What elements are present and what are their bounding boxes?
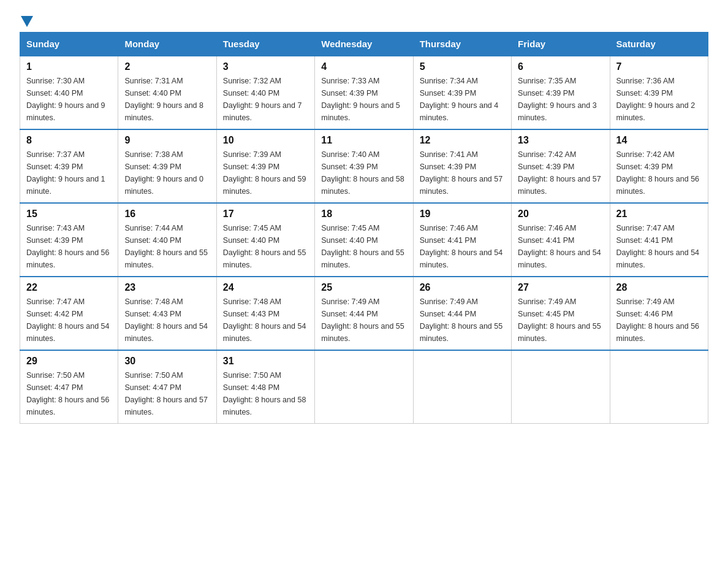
day-number: 15: [26, 209, 112, 220]
day-cell-30: 30 Sunrise: 7:50 AM Sunset: 4:47 PM Dayl…: [118, 350, 216, 424]
day-cell-28: 28 Sunrise: 7:49 AM Sunset: 4:46 PM Dayl…: [610, 277, 708, 350]
week-row-1: 1 Sunrise: 7:30 AM Sunset: 4:40 PM Dayli…: [20, 56, 708, 129]
day-info: Sunrise: 7:33 AM Sunset: 4:39 PM Dayligh…: [321, 75, 406, 124]
day-info: Sunrise: 7:43 AM Sunset: 4:39 PM Dayligh…: [26, 222, 112, 271]
header-monday: Monday: [118, 33, 216, 56]
day-cell-13: 13 Sunrise: 7:42 AM Sunset: 4:39 PM Dayl…: [512, 129, 610, 203]
day-info: Sunrise: 7:34 AM Sunset: 4:39 PM Dayligh…: [420, 75, 505, 124]
empty-cell-w4-d4: [413, 350, 511, 424]
header-thursday: Thursday: [413, 33, 511, 56]
week-row-3: 15 Sunrise: 7:43 AM Sunset: 4:39 PM Dayl…: [20, 203, 708, 277]
day-info: Sunrise: 7:40 AM Sunset: 4:39 PM Dayligh…: [321, 148, 406, 197]
day-number: 17: [223, 209, 308, 220]
day-number: 27: [518, 282, 603, 293]
day-info: Sunrise: 7:49 AM Sunset: 4:45 PM Dayligh…: [518, 296, 603, 345]
day-number: 8: [26, 135, 112, 146]
header-sunday: Sunday: [20, 33, 118, 56]
page-header: [20, 15, 708, 25]
day-number: 16: [124, 209, 210, 220]
day-info: Sunrise: 7:46 AM Sunset: 4:41 PM Dayligh…: [420, 222, 505, 271]
day-cell-23: 23 Sunrise: 7:48 AM Sunset: 4:43 PM Dayl…: [118, 277, 216, 350]
day-cell-9: 9 Sunrise: 7:38 AM Sunset: 4:39 PM Dayli…: [118, 129, 216, 203]
day-number: 5: [420, 61, 505, 72]
day-number: 20: [518, 209, 603, 220]
day-cell-22: 22 Sunrise: 7:47 AM Sunset: 4:42 PM Dayl…: [20, 277, 118, 350]
day-cell-7: 7 Sunrise: 7:36 AM Sunset: 4:39 PM Dayli…: [610, 56, 708, 129]
day-cell-19: 19 Sunrise: 7:46 AM Sunset: 4:41 PM Dayl…: [413, 203, 511, 277]
day-info: Sunrise: 7:30 AM Sunset: 4:40 PM Dayligh…: [26, 75, 112, 124]
day-info: Sunrise: 7:48 AM Sunset: 4:43 PM Dayligh…: [124, 296, 210, 345]
day-info: Sunrise: 7:31 AM Sunset: 4:40 PM Dayligh…: [124, 75, 210, 124]
header-friday: Friday: [512, 33, 610, 56]
day-info: Sunrise: 7:44 AM Sunset: 4:40 PM Dayligh…: [124, 222, 210, 271]
day-info: Sunrise: 7:46 AM Sunset: 4:41 PM Dayligh…: [518, 222, 603, 271]
day-info: Sunrise: 7:45 AM Sunset: 4:40 PM Dayligh…: [223, 222, 308, 271]
day-cell-20: 20 Sunrise: 7:46 AM Sunset: 4:41 PM Dayl…: [512, 203, 610, 277]
day-number: 1: [26, 61, 112, 72]
day-info: Sunrise: 7:49 AM Sunset: 4:46 PM Dayligh…: [616, 296, 702, 345]
day-info: Sunrise: 7:50 AM Sunset: 4:47 PM Dayligh…: [26, 369, 112, 418]
day-number: 6: [518, 61, 603, 72]
empty-cell-w4-d6: [610, 350, 708, 424]
day-number: 3: [223, 61, 308, 72]
day-cell-29: 29 Sunrise: 7:50 AM Sunset: 4:47 PM Dayl…: [20, 350, 118, 424]
day-info: Sunrise: 7:35 AM Sunset: 4:39 PM Dayligh…: [518, 75, 603, 124]
day-number: 7: [616, 61, 702, 72]
day-number: 13: [518, 135, 603, 146]
day-number: 12: [420, 135, 505, 146]
day-number: 26: [420, 282, 505, 293]
day-info: Sunrise: 7:41 AM Sunset: 4:39 PM Dayligh…: [420, 148, 505, 197]
week-row-2: 8 Sunrise: 7:37 AM Sunset: 4:39 PM Dayli…: [20, 129, 708, 203]
day-cell-17: 17 Sunrise: 7:45 AM Sunset: 4:40 PM Dayl…: [216, 203, 314, 277]
day-cell-24: 24 Sunrise: 7:48 AM Sunset: 4:43 PM Dayl…: [216, 277, 314, 350]
day-number: 22: [26, 282, 112, 293]
day-number: 14: [616, 135, 702, 146]
day-number: 10: [223, 135, 308, 146]
day-number: 21: [616, 209, 702, 220]
day-number: 4: [321, 61, 406, 72]
day-number: 23: [124, 282, 210, 293]
day-cell-15: 15 Sunrise: 7:43 AM Sunset: 4:39 PM Dayl…: [20, 203, 118, 277]
day-number: 2: [124, 61, 210, 72]
day-number: 28: [616, 282, 702, 293]
day-cell-3: 3 Sunrise: 7:32 AM Sunset: 4:40 PM Dayli…: [216, 56, 314, 129]
day-info: Sunrise: 7:42 AM Sunset: 4:39 PM Dayligh…: [616, 148, 702, 197]
empty-cell-w4-d5: [512, 350, 610, 424]
day-info: Sunrise: 7:48 AM Sunset: 4:43 PM Dayligh…: [223, 296, 308, 345]
day-cell-11: 11 Sunrise: 7:40 AM Sunset: 4:39 PM Dayl…: [315, 129, 413, 203]
day-info: Sunrise: 7:42 AM Sunset: 4:39 PM Dayligh…: [518, 148, 603, 197]
day-cell-8: 8 Sunrise: 7:37 AM Sunset: 4:39 PM Dayli…: [20, 129, 118, 203]
day-cell-4: 4 Sunrise: 7:33 AM Sunset: 4:39 PM Dayli…: [315, 56, 413, 129]
day-info: Sunrise: 7:47 AM Sunset: 4:42 PM Dayligh…: [26, 296, 112, 345]
empty-cell-w4-d3: [315, 350, 413, 424]
day-cell-5: 5 Sunrise: 7:34 AM Sunset: 4:39 PM Dayli…: [413, 56, 511, 129]
day-number: 24: [223, 282, 308, 293]
header-saturday: Saturday: [610, 33, 708, 56]
week-row-4: 22 Sunrise: 7:47 AM Sunset: 4:42 PM Dayl…: [20, 277, 708, 350]
logo: [20, 15, 33, 25]
day-cell-31: 31 Sunrise: 7:50 AM Sunset: 4:48 PM Dayl…: [216, 350, 314, 424]
day-cell-26: 26 Sunrise: 7:49 AM Sunset: 4:44 PM Dayl…: [413, 277, 511, 350]
day-number: 29: [26, 356, 112, 367]
day-cell-1: 1 Sunrise: 7:30 AM Sunset: 4:40 PM Dayli…: [20, 56, 118, 129]
day-info: Sunrise: 7:45 AM Sunset: 4:40 PM Dayligh…: [321, 222, 406, 271]
day-number: 9: [124, 135, 210, 146]
day-info: Sunrise: 7:36 AM Sunset: 4:39 PM Dayligh…: [616, 75, 702, 124]
day-cell-18: 18 Sunrise: 7:45 AM Sunset: 4:40 PM Dayl…: [315, 203, 413, 277]
day-info: Sunrise: 7:47 AM Sunset: 4:41 PM Dayligh…: [616, 222, 702, 271]
header-tuesday: Tuesday: [216, 33, 314, 56]
day-cell-21: 21 Sunrise: 7:47 AM Sunset: 4:41 PM Dayl…: [610, 203, 708, 277]
day-info: Sunrise: 7:49 AM Sunset: 4:44 PM Dayligh…: [321, 296, 406, 345]
day-number: 19: [420, 209, 505, 220]
calendar-header-row: SundayMondayTuesdayWednesdayThursdayFrid…: [20, 33, 708, 56]
day-info: Sunrise: 7:50 AM Sunset: 4:47 PM Dayligh…: [124, 369, 210, 418]
day-cell-2: 2 Sunrise: 7:31 AM Sunset: 4:40 PM Dayli…: [118, 56, 216, 129]
day-info: Sunrise: 7:38 AM Sunset: 4:39 PM Dayligh…: [124, 148, 210, 197]
day-cell-25: 25 Sunrise: 7:49 AM Sunset: 4:44 PM Dayl…: [315, 277, 413, 350]
day-cell-27: 27 Sunrise: 7:49 AM Sunset: 4:45 PM Dayl…: [512, 277, 610, 350]
week-row-5: 29 Sunrise: 7:50 AM Sunset: 4:47 PM Dayl…: [20, 350, 708, 424]
day-number: 31: [223, 356, 308, 367]
day-number: 18: [321, 209, 406, 220]
calendar-table: SundayMondayTuesdayWednesdayThursdayFrid…: [20, 32, 708, 424]
day-cell-14: 14 Sunrise: 7:42 AM Sunset: 4:39 PM Dayl…: [610, 129, 708, 203]
